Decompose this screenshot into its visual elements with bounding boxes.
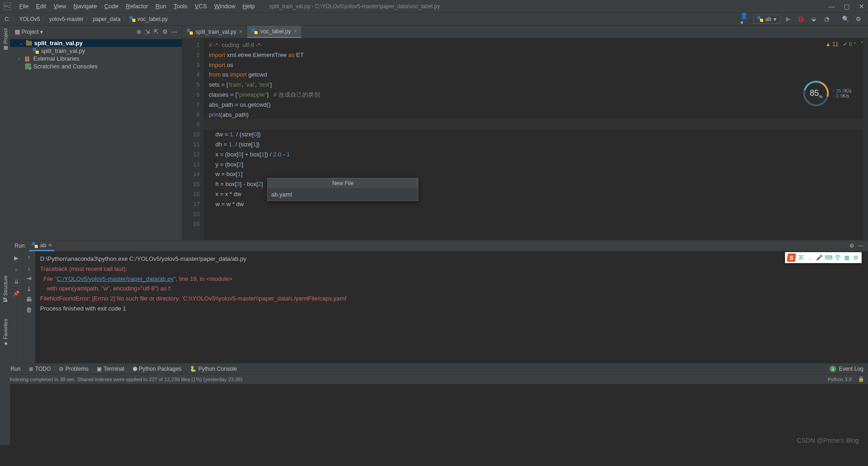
breadcrumb-segment[interactable]: C:: [5, 16, 10, 22]
menu-view[interactable]: View: [50, 3, 70, 10]
ime-lang-icon[interactable]: 英: [797, 254, 805, 261]
ime-settings-icon[interactable]: ⚙: [852, 254, 859, 261]
menu-vcs[interactable]: VCS: [191, 3, 211, 10]
ime-toolbar[interactable]: S 英 ， 🎤 ⌨ 👕 ▦ ⚙: [785, 252, 862, 263]
close-tab-icon[interactable]: ×: [239, 29, 242, 35]
profile-icon[interactable]: ◔: [822, 14, 832, 24]
project-view-selector[interactable]: Project ▾: [20, 29, 43, 35]
menu-tools[interactable]: Tools: [170, 3, 191, 10]
rerun-icon[interactable]: ▶: [12, 254, 21, 262]
gear-icon[interactable]: ⚙: [162, 28, 168, 35]
tab-favorites[interactable]: ★ Favorites: [1, 316, 9, 349]
collapse-icon[interactable]: ⇱: [154, 28, 159, 35]
tab-structure[interactable]: 🏗 Structure: [1, 273, 9, 305]
search-icon[interactable]: 🔍: [841, 14, 851, 24]
warnings-indicator[interactable]: ▲ 11: [825, 41, 838, 47]
popup-title: New File: [268, 178, 418, 188]
lock-icon[interactable]: 🔒: [858, 376, 864, 382]
tree-item[interactable]: split_train_val.py: [10, 47, 182, 55]
watermark: CSDN @Prime's Blog: [797, 437, 859, 444]
close-tab-icon[interactable]: ×: [294, 28, 297, 35]
new-file-input[interactable]: [268, 188, 418, 201]
ime-skin-icon[interactable]: 👕: [834, 254, 841, 261]
run-settings-icon[interactable]: ⚙: [849, 243, 854, 249]
tab-python-packages[interactable]: ⬢ Python Packages: [133, 366, 181, 372]
softwrap-icon[interactable]: ⇥: [26, 275, 31, 282]
tab-todo[interactable]: ≣ TODO: [29, 366, 51, 372]
menu-navigate[interactable]: Navigate: [70, 3, 100, 10]
new-file-popup: New File: [267, 178, 418, 201]
folder-icon: [26, 41, 32, 46]
debug-button[interactable]: 🐞: [796, 14, 806, 24]
close-icon[interactable]: ✕: [859, 3, 864, 10]
tab-python-console[interactable]: 🐍 Python Console: [190, 366, 237, 372]
expand-icon[interactable]: ⇲: [145, 28, 150, 35]
library-icon: [25, 56, 31, 61]
ime-keyboard-icon[interactable]: ⌨: [825, 254, 832, 261]
breadcrumb[interactable]: C:〉YOLOv5〉yolov5-master〉paper_data〉voc_l…: [5, 15, 168, 23]
run-button[interactable]: ▶: [783, 14, 793, 24]
tab-project[interactable]: ▦ Project: [1, 26, 9, 54]
menu-refactor[interactable]: Refactor: [122, 3, 152, 10]
python-file-icon: [33, 48, 39, 54]
minimize-icon[interactable]: —: [828, 3, 835, 10]
scratches-icon: [25, 63, 31, 69]
breadcrumb-segment[interactable]: yolov5-master: [49, 16, 83, 22]
checks-indicator[interactable]: ✔ 6 ^: [843, 41, 856, 47]
gutter[interactable]: 12345678910111213141516171819: [182, 38, 203, 240]
window-controls: — ▢ ✕: [828, 3, 864, 10]
project-tree[interactable]: ⌄split_train_val.py split_train_val.py ›…: [10, 38, 182, 71]
trash-icon[interactable]: 🗑: [26, 306, 32, 313]
locate-icon[interactable]: ⊕: [136, 28, 141, 35]
layout-icon[interactable]: ⇊: [12, 278, 21, 286]
performance-widget[interactable]: 85% ↑ 35.8K/s ↓ 0.9K/s: [801, 79, 854, 108]
menu-edit[interactable]: Edit: [32, 3, 50, 10]
run-hide-icon[interactable]: —: [858, 243, 863, 249]
run-config-tab[interactable]: ab ×: [29, 240, 54, 251]
ime-logo-icon: S: [787, 254, 796, 262]
code-content[interactable]: # -*- coding: utf-8 -*-import xml.etree.…: [203, 38, 868, 240]
console-output[interactable]: D:\Python\anaconda3\python.exe C:/YOLOv5…: [36, 251, 868, 363]
pin-icon[interactable]: 📌: [12, 290, 21, 298]
interpreter-indicator[interactable]: Python 3.8: [827, 377, 852, 382]
ime-grid-icon[interactable]: ▦: [843, 254, 850, 261]
ime-voice-icon[interactable]: 🎤: [816, 254, 823, 261]
tab-problems[interactable]: ⊘ Problems: [59, 366, 88, 372]
hide-icon[interactable]: —: [171, 28, 177, 35]
user-icon[interactable]: 👤▾: [740, 14, 750, 24]
status-bar: ▢ Indexing completed in 38 sec. Shared i…: [0, 374, 868, 384]
breadcrumb-segment[interactable]: paper_data: [93, 16, 120, 22]
tree-scratches[interactable]: Scratches and Consoles: [10, 62, 182, 70]
stop-icon[interactable]: ■: [12, 266, 21, 274]
run-config-selector[interactable]: ab ▾: [753, 15, 780, 24]
menu-window[interactable]: Window: [211, 3, 239, 10]
tree-external-libs[interactable]: ›External Libraries: [10, 55, 182, 62]
menu-help[interactable]: Help: [239, 3, 258, 10]
editor-tab[interactable]: voc_label.py×: [247, 26, 302, 38]
down-icon[interactable]: ↓: [27, 264, 31, 271]
code-area[interactable]: 12345678910111213141516171819 # -*- codi…: [182, 38, 868, 240]
up-icon[interactable]: ↑: [27, 254, 31, 261]
titlebar: PC FileEditViewNavigateCodeRefactorRunTo…: [0, 0, 868, 13]
run-header-label: Run:: [15, 243, 26, 249]
current-line-highlight: [203, 119, 863, 129]
coverage-icon[interactable]: ⬙: [809, 14, 819, 24]
project-tool-window: ▦ Project ▾ ⊕ ⇲ ⇱ ⚙ — ⌄split_train_val.p…: [10, 26, 182, 240]
editor-scrollbar[interactable]: [863, 38, 868, 240]
breadcrumb-segment[interactable]: voc_label.py: [137, 16, 168, 22]
menu-file[interactable]: File: [16, 3, 32, 10]
editor: split_train_val.py×voc_label.py× 1234567…: [182, 26, 868, 240]
tab-terminal[interactable]: ▣ Terminal: [97, 366, 124, 372]
menu-code[interactable]: Code: [101, 3, 122, 10]
editor-tab[interactable]: split_train_val.py×: [182, 26, 247, 38]
scroll-icon[interactable]: ⤓: [26, 285, 31, 292]
tree-root[interactable]: ⌄split_train_val.py: [10, 39, 182, 47]
settings-icon[interactable]: ⚙: [853, 14, 863, 24]
maximize-icon[interactable]: ▢: [844, 3, 850, 10]
menu-run[interactable]: Run: [152, 3, 170, 10]
tab-event-log[interactable]: 1 Event Log: [830, 366, 863, 372]
ime-punct-icon[interactable]: ，: [806, 254, 814, 261]
breadcrumb-segment[interactable]: YOLOv5: [19, 16, 40, 22]
print-icon[interactable]: 🖶: [26, 296, 32, 303]
window-title: split_train_val.py - C:\YOLOv5\yolov5-ma…: [269, 3, 440, 10]
